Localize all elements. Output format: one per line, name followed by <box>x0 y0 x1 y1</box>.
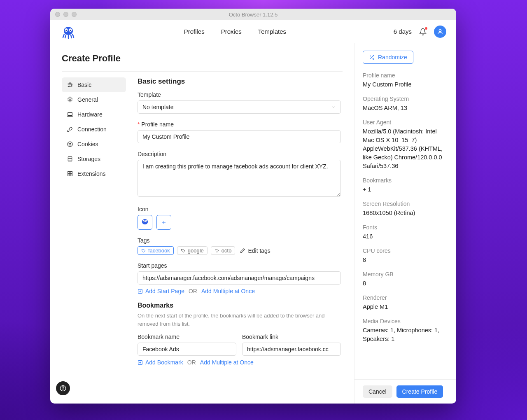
nav-proxies[interactable]: Proxies <box>221 28 242 35</box>
summary-row: CPU cores8 <box>363 247 448 264</box>
tag-icon <box>181 248 186 253</box>
bookmarks-title: Bookmarks <box>138 302 341 309</box>
randomize-button[interactable]: Randomize <box>363 51 413 64</box>
summary-row: User AgentMozilla/5.0 (Macintosh; Intel … <box>363 119 448 170</box>
tag-label: facebook <box>148 247 170 254</box>
user-avatar[interactable] <box>434 26 446 38</box>
octopus-icon <box>140 217 150 228</box>
sidebar-item-cookies[interactable]: Cookies <box>62 137 126 152</box>
tag-icon <box>141 248 146 253</box>
days-remaining[interactable]: 6 days <box>394 28 412 35</box>
svg-rect-17 <box>68 172 70 174</box>
sidebar-item-label: Connection <box>77 126 107 133</box>
svg-point-25 <box>146 221 147 222</box>
bookmark-link-label: Bookmark link <box>242 334 341 340</box>
sidebar-item-label: Cookies <box>77 141 98 147</box>
svg-point-3 <box>65 30 67 31</box>
add-multiple-bookmarks-button[interactable]: Add Multiple at Once <box>200 359 254 366</box>
svg-rect-18 <box>70 172 72 174</box>
start-pages-label: Start pages <box>138 262 341 269</box>
svg-point-27 <box>182 250 182 250</box>
add-bookmark-button[interactable]: Add Bookmark <box>138 359 183 366</box>
sidebar-item-label: Hardware <box>77 111 103 118</box>
add-start-page-button[interactable]: Add Start Page <box>138 288 184 294</box>
create-profile-button[interactable]: Create Profile <box>396 385 443 398</box>
summary-row: Profile nameMy Custom Profile <box>363 72 448 89</box>
sidebar-item-storages[interactable]: Storages <box>62 152 126 166</box>
svg-point-14 <box>70 145 71 145</box>
svg-point-9 <box>69 99 71 100</box>
template-select[interactable]: No template <box>138 100 341 114</box>
cancel-button[interactable]: Cancel <box>363 385 392 398</box>
plus-square-icon <box>138 289 143 294</box>
sidebar-item-hardware[interactable]: Hardware <box>62 107 126 122</box>
tag-google[interactable]: google <box>177 246 208 255</box>
bookmark-name-label: Bookmark name <box>138 334 236 340</box>
svg-point-7 <box>71 84 72 86</box>
nav-profiles[interactable]: Profiles <box>184 28 205 35</box>
add-bookmark-label: Add Bookmark <box>145 359 183 366</box>
tags-label: Tags <box>138 237 341 244</box>
sum-label: Fonts <box>363 224 448 231</box>
svg-point-24 <box>143 221 144 222</box>
add-multiple-label: Add Multiple at Once <box>200 359 254 366</box>
summary-panel: Randomize Profile nameMy Custom Profile … <box>354 43 456 404</box>
icon-label: Icon <box>138 206 341 212</box>
nav-templates[interactable]: Templates <box>258 28 286 35</box>
svg-point-5 <box>439 29 441 31</box>
app-logo[interactable] <box>60 23 77 40</box>
svg-point-12 <box>69 143 69 144</box>
cookie-icon <box>67 141 73 147</box>
profile-name-input[interactable] <box>138 130 341 143</box>
svg-point-11 <box>68 142 72 147</box>
grid-icon <box>67 170 73 177</box>
settings-sidebar: Basic General Hardware Connection <box>62 77 126 404</box>
sum-label: Screen Resolution <box>363 201 448 207</box>
svg-rect-20 <box>70 174 72 176</box>
profile-name-label: Profile name <box>138 121 341 128</box>
notification-dot-icon <box>425 27 427 30</box>
sidebar-item-connection[interactable]: Connection <box>62 122 126 137</box>
template-label: Template <box>138 91 341 98</box>
summary-row: Fonts416 <box>363 224 448 241</box>
sidebar-item-label: General <box>77 96 98 103</box>
sidebar-item-basic[interactable]: Basic <box>62 77 126 92</box>
or-text: OR <box>189 288 197 294</box>
summary-row: Screen Resolution1680x1050 (Retina) <box>363 201 448 217</box>
sum-label: Memory GB <box>363 271 448 278</box>
tag-label: octo <box>222 247 232 254</box>
section-title: Basic settings <box>138 77 341 86</box>
sum-value: MacOS ARM, 13 <box>363 104 448 112</box>
bookmark-link-input[interactable] <box>242 343 341 356</box>
icon-option-octo[interactable] <box>138 215 152 230</box>
form-area: Basic settings Template No template Prof… <box>138 77 343 404</box>
pencil-icon <box>240 248 245 253</box>
description-input[interactable] <box>138 160 341 197</box>
start-page-input[interactable] <box>138 271 341 285</box>
add-multiple-start-button[interactable]: Add Multiple at Once <box>201 288 255 294</box>
help-fab[interactable] <box>56 381 70 395</box>
page-title: Create Profile <box>62 53 343 72</box>
tag-facebook[interactable]: facebook <box>138 246 174 255</box>
sum-label: Renderer <box>363 294 448 301</box>
bookmarks-help: On the next start of the profile, the bo… <box>138 312 341 328</box>
edit-tags-label: Edit tags <box>248 247 270 254</box>
sum-value: 8 <box>363 279 448 288</box>
template-value: No template <box>142 104 173 110</box>
svg-rect-10 <box>68 112 72 115</box>
tag-octo[interactable]: octo <box>211 246 236 255</box>
nav-tabs: Profiles Proxies Templates <box>77 28 394 35</box>
sidebar-item-extensions[interactable]: Extensions <box>62 166 126 181</box>
add-icon-button[interactable] <box>156 215 171 230</box>
gear-icon <box>67 96 73 103</box>
plus-square-icon <box>138 360 143 365</box>
svg-point-6 <box>70 83 71 84</box>
notifications-button[interactable] <box>419 28 427 35</box>
bookmark-name-input[interactable] <box>138 343 236 356</box>
app-window: Octo Browser 1.12.5 Profiles Proxies Tem… <box>50 9 456 404</box>
summary-row: Memory GB8 <box>363 271 448 288</box>
summary-row: Media DevicesCameras: 1, Microphones: 1,… <box>363 318 448 343</box>
sidebar-item-general[interactable]: General <box>62 92 126 107</box>
description-label: Description <box>138 151 341 157</box>
edit-tags-button[interactable]: Edit tags <box>240 247 270 254</box>
